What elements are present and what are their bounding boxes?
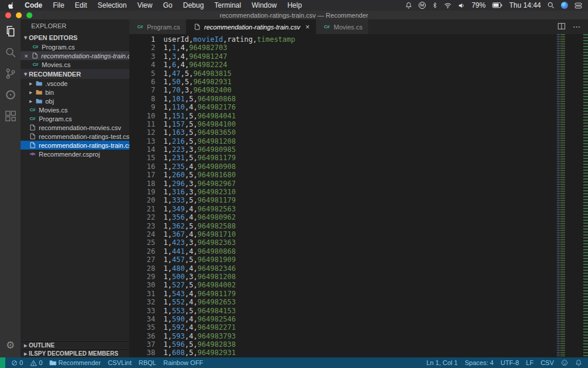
- cursor-position[interactable]: Ln 1, Col 1: [423, 359, 461, 366]
- code-line[interactable]: 311,543,4,964981179: [129, 290, 556, 298]
- explorer-icon[interactable]: [4, 25, 17, 38]
- open-editor-program-cs[interactable]: C# Program.cs: [21, 42, 129, 51]
- code-line[interactable]: 191,316,3,964982310: [129, 188, 556, 196]
- menu-go[interactable]: Go: [158, 1, 178, 9]
- overview-ruler[interactable]: [583, 34, 588, 357]
- file-recommendation-ratings-test-csv[interactable]: recommendation-ratings-test.csv: [21, 132, 129, 141]
- code-line[interactable]: 261,441,4,964980868: [129, 247, 556, 256]
- encoding-setting[interactable]: UTF-8: [497, 359, 522, 366]
- split-editor-icon[interactable]: [557, 22, 566, 32]
- feedback-smiley-icon[interactable]: [557, 359, 572, 366]
- tab-recommendation-ratings-train-csv[interactable]: recommendation-ratings-train.csv ×: [186, 19, 315, 34]
- code-line[interactable]: 381,608,5,964982931: [129, 349, 556, 357]
- code-line[interactable]: 231,362,5,964982588: [129, 222, 556, 230]
- battery-icon[interactable]: [492, 2, 503, 8]
- fullscreen-window-button[interactable]: [26, 12, 32, 18]
- code-line[interactable]: 361,593,4,964983793: [129, 332, 556, 340]
- menu-file[interactable]: File: [48, 1, 69, 9]
- tab-movies-cs[interactable]: C# Movies.cs: [316, 19, 369, 34]
- problems-warnings[interactable]: 0: [26, 359, 46, 366]
- code-line[interactable]: 121,163,5,964983650: [129, 128, 556, 137]
- code-line[interactable]: 301,527,5,964984002: [129, 281, 556, 289]
- close-icon[interactable]: ×: [23, 52, 29, 59]
- open-editor-ratings-train-csv[interactable]: × recommendation-ratings-train.csv: [21, 51, 129, 60]
- indent-setting[interactable]: Spaces: 4: [461, 359, 497, 366]
- apple-menu-icon[interactable]: [4, 2, 19, 9]
- code-line[interactable]: 41,6,4,964982224: [129, 61, 556, 69]
- code-line[interactable]: 271,457,5,964981909: [129, 256, 556, 264]
- code-area[interactable]: 1userId,movieId,rating,timestamp21,1,4,9…: [129, 34, 556, 357]
- code-line[interactable]: 151,231,5,964981179: [129, 154, 556, 162]
- code-line[interactable]: 91,110,4,964982176: [129, 103, 556, 111]
- open-editors-header[interactable]: ▾ OPEN EDITORS: [21, 32, 129, 42]
- control-center-icon[interactable]: [574, 2, 582, 9]
- file-recommendation-movies-csv[interactable]: recommendation-movies.csv: [21, 123, 129, 132]
- minimap[interactable]: [556, 34, 583, 357]
- file-movies-cs[interactable]: C# Movies.cs: [21, 105, 129, 114]
- close-window-button[interactable]: [5, 12, 11, 18]
- menu-help[interactable]: Help: [282, 1, 308, 9]
- siri-icon[interactable]: [561, 2, 568, 9]
- code-line[interactable]: 291,500,3,964981208: [129, 273, 556, 281]
- ilspy-section-header[interactable]: ▸ ILSPY DECOMPILED MEMBERS: [21, 349, 129, 357]
- menu-window[interactable]: Window: [246, 1, 282, 9]
- folder-bin[interactable]: ▸ bin: [21, 88, 129, 97]
- more-actions-icon[interactable]: ⋯: [573, 22, 581, 31]
- code-line[interactable]: 241,367,4,964981710: [129, 230, 556, 238]
- rainbow-toggle-button[interactable]: Rainbow OFF: [160, 359, 207, 366]
- code-line[interactable]: 141,223,3,964980985: [129, 145, 556, 154]
- code-line[interactable]: 321,552,4,964982653: [129, 298, 556, 306]
- rbql-button[interactable]: RBQL: [135, 359, 160, 366]
- code-line[interactable]: 81,101,5,964980868: [129, 95, 556, 103]
- code-line[interactable]: 161,235,4,964980908: [129, 163, 556, 171]
- folder-obj[interactable]: ▸ obj: [21, 97, 129, 105]
- spotlight-search-icon[interactable]: [547, 2, 554, 9]
- file-program-cs[interactable]: C# Program.cs: [21, 114, 129, 123]
- code-line[interactable]: 221,356,4,964980962: [129, 213, 556, 221]
- wifi-icon[interactable]: [444, 2, 452, 9]
- menu-debug[interactable]: Debug: [178, 1, 209, 9]
- extensions-icon[interactable]: [4, 110, 17, 122]
- minimize-window-button[interactable]: [16, 12, 22, 18]
- close-tab-icon[interactable]: ×: [305, 23, 309, 31]
- outline-section-header[interactable]: ▸ OUTLINE: [21, 341, 129, 349]
- editor[interactable]: 1userId,movieId,rating,timestamp21,1,4,9…: [129, 34, 588, 357]
- code-line[interactable]: 101,151,5,964984041: [129, 112, 556, 120]
- code-line[interactable]: 281,480,4,964982346: [129, 264, 556, 273]
- menu-terminal[interactable]: Terminal: [209, 1, 246, 9]
- code-line[interactable]: 61,50,5,964982931: [129, 78, 556, 86]
- code-line[interactable]: 31,3,4,964981247: [129, 52, 556, 61]
- menu-edit[interactable]: Edit: [69, 1, 92, 9]
- file-recommender-csproj[interactable]: </> Recommender.csproj: [21, 150, 129, 158]
- folder-vscode[interactable]: ▸ .vscode: [21, 79, 129, 88]
- project-root-header[interactable]: ▾ RECOMMENDER: [21, 69, 129, 79]
- code-line[interactable]: 341,590,4,964982546: [129, 315, 556, 323]
- search-icon[interactable]: [4, 46, 17, 59]
- code-line[interactable]: 371,596,5,964982838: [129, 340, 556, 349]
- code-line[interactable]: 251,423,3,964982363: [129, 238, 556, 247]
- workspace-indicator[interactable]: Recommender: [46, 359, 104, 366]
- m-app-icon[interactable]: M: [419, 2, 426, 9]
- code-line[interactable]: 181,296,3,964982967: [129, 180, 556, 188]
- source-control-icon[interactable]: [4, 67, 17, 80]
- menu-code[interactable]: Code: [19, 1, 48, 9]
- problems-errors[interactable]: 0: [8, 359, 26, 366]
- file-recommendation-ratings-train-csv[interactable]: recommendation-ratings-train.csv: [21, 141, 129, 150]
- debug-icon[interactable]: [4, 88, 17, 101]
- menu-view[interactable]: View: [132, 1, 158, 9]
- code-line[interactable]: 21,1,4,964982703: [129, 44, 556, 52]
- code-line[interactable]: 211,349,4,964982563: [129, 205, 556, 213]
- code-line[interactable]: 111,157,5,964984100: [129, 120, 556, 128]
- code-line[interactable]: 201,333,5,964981179: [129, 196, 556, 204]
- open-editor-movies-cs[interactable]: C# Movies.cs: [21, 60, 129, 69]
- code-line[interactable]: 1userId,movieId,rating,timestamp: [129, 35, 556, 44]
- code-line[interactable]: 51,47,5,964983815: [129, 69, 556, 78]
- eol-setting[interactable]: LF: [523, 359, 537, 366]
- language-mode[interactable]: CSV: [537, 359, 557, 366]
- csvlint-status[interactable]: CSVLint: [104, 359, 135, 366]
- notifications-bell-icon[interactable]: [572, 359, 586, 366]
- code-line[interactable]: 351,592,4,964982271: [129, 323, 556, 331]
- tab-program-cs[interactable]: C# Program.cs: [129, 19, 186, 34]
- menu-selection[interactable]: Selection: [92, 1, 132, 9]
- remote-indicator[interactable]: [0, 357, 5, 368]
